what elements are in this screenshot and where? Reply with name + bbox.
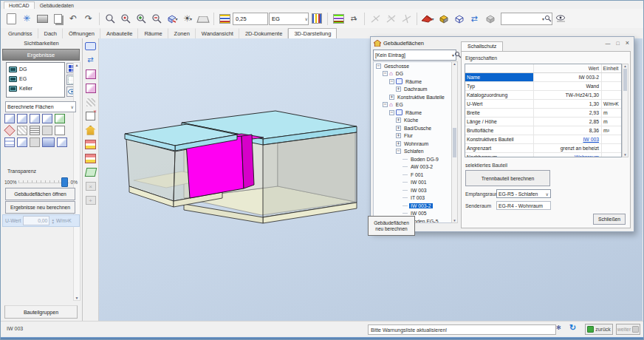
floor-combo[interactable]: ∨ — [269, 13, 309, 25]
property-row-angrenzart[interactable]: Angrenzartgrenzt an beheizt — [465, 144, 621, 153]
scrollbar-thumb[interactable] — [453, 128, 456, 157]
new-document-button[interactable] — [4, 11, 18, 26]
table-scrollbar[interactable]: ▲ ▼ — [622, 64, 628, 157]
recalculate-results-button[interactable]: Ergebnisse neu berechnen — [5, 201, 75, 214]
expand-icon[interactable]: + — [396, 118, 401, 123]
gray-cube-button[interactable] — [482, 11, 497, 26]
filter-dropdown[interactable]: [Kein Eintrag] ▾ — [373, 50, 456, 61]
tab-anbauteile[interactable]: Anbauteile — [100, 28, 138, 38]
receiver-room-select[interactable]: EG-R5 - Schlafen ∨ — [496, 189, 551, 198]
recalculate-building-surfaces-button[interactable]: Gebäudeflächen neu berechnen — [368, 216, 415, 236]
tree-item-iw-003[interactable]: IW 003 — [374, 186, 457, 194]
top-view-button[interactable] — [85, 41, 96, 51]
property-row-u-wert[interactable]: U-Wert1,30W/m²K — [465, 100, 621, 109]
zoom-window-button[interactable] — [103, 11, 117, 26]
wire-cube-button[interactable] — [451, 11, 466, 26]
expand-icon[interactable]: + — [396, 126, 401, 131]
scroll-down-icon[interactable]: ▼ — [453, 219, 456, 222]
scroll-up-icon[interactable]: ▲ — [75, 63, 79, 67]
results-section-header[interactable]: Ergebnisse — [2, 49, 80, 61]
floor-item-dg[interactable]: DG — [7, 64, 64, 74]
tree-item-konstruktive-bauteile[interactable]: +Konstruktive Bauteile — [374, 93, 457, 101]
search-input[interactable] — [501, 14, 544, 24]
scroll-up-icon[interactable]: ▲ — [453, 62, 456, 66]
single-cube-icon[interactable] — [57, 137, 67, 147]
uwert-value-field[interactable]: 0,00 — [23, 216, 49, 225]
building-tree[interactable]: −Geschosse−⌂DG−Räume+Dachraum+Konstrukti… — [373, 61, 458, 223]
tab-wandansicht[interactable]: Wandansicht — [196, 28, 239, 38]
minimize-icon[interactable]: — — [606, 41, 611, 46]
print-button[interactable] — [35, 11, 49, 26]
property-row-nachbarraum[interactable]: NachbarraumWohnraum — [465, 153, 621, 157]
scroll-down-icon[interactable]: ▼ — [623, 153, 626, 157]
back-button[interactable]: zurück — [585, 324, 613, 335]
swap-model-button[interactable]: ⇄ — [85, 55, 96, 65]
light-settings-button[interactable]: ☀▾ — [180, 11, 195, 26]
stack-mode-icon[interactable] — [4, 137, 15, 147]
property-row-typ[interactable]: TypWand — [465, 82, 621, 91]
edit-3d-button[interactable] — [85, 69, 96, 79]
property-value[interactable]: IW 003 — [534, 135, 602, 143]
file-tab-hottcad[interactable]: HottCAD — [4, 1, 35, 9]
tree-item-dachraum[interactable]: +Dachraum — [374, 86, 457, 94]
view-cube-2-icon[interactable] — [17, 114, 27, 123]
component-groups-button[interactable]: Bauteilgruppen — [4, 305, 78, 319]
tree-item-iw-001[interactable]: IW 001 — [374, 179, 457, 187]
3d-building-model[interactable] — [112, 93, 363, 241]
tree-item-bad-dusche[interactable]: +Bad/Dusche — [374, 124, 457, 132]
tree-item-aw-003-2[interactable]: AW 003-2 — [374, 163, 457, 171]
zoom-pan-button[interactable] — [118, 11, 133, 26]
uwert-spinner[interactable]: ▴▾ — [52, 218, 54, 224]
refresh-icon[interactable]: ↻ — [569, 323, 576, 333]
slider-handle[interactable] — [61, 177, 68, 187]
expand-icon[interactable]: + — [389, 95, 394, 100]
tab-dach[interactable]: Dach — [38, 28, 64, 38]
warnings-icon[interactable]: ✻ — [556, 324, 561, 331]
tree-item-f-001[interactable]: F 001 — [374, 171, 457, 179]
hatch-mode-icon[interactable] — [17, 126, 27, 135]
wall-view-1-button[interactable] — [85, 139, 96, 149]
tree-item-räume[interactable]: −Räume — [374, 78, 457, 86]
tab-öffnungen[interactable]: Öffnungen — [63, 28, 100, 38]
maximize-icon[interactable]: □ — [617, 41, 620, 46]
lines-mode-icon[interactable] — [30, 126, 40, 135]
polygon-delete-button[interactable] — [85, 111, 96, 121]
floor-item-eg[interactable]: EG — [7, 74, 64, 84]
collapse-icon[interactable]: − — [389, 79, 394, 84]
wall-view-2-button[interactable] — [85, 153, 96, 163]
redo-button[interactable]: ↷ — [81, 11, 96, 26]
collapse-icon[interactable]: − — [383, 71, 388, 76]
tree-item-dg[interactable]: −⌂DG — [374, 70, 457, 78]
undo-button[interactable]: ↶ — [66, 11, 80, 26]
scroll-down-icon[interactable]: ▼ — [75, 296, 79, 300]
transparency-slider[interactable] — [18, 180, 69, 183]
property-row-name[interactable]: NameIW 003-2 — [465, 73, 621, 82]
book-mode-icon[interactable] — [17, 137, 27, 147]
home-view-button[interactable]: ▾ — [165, 11, 179, 26]
view-cube-1-icon[interactable] — [4, 114, 15, 123]
floor-input[interactable] — [270, 14, 306, 24]
scale-input[interactable] — [233, 13, 268, 25]
gray-mode-icon[interactable] — [42, 126, 52, 135]
floor-visibility-list[interactable]: DGEGKeller — [6, 62, 65, 98]
material-diamond-icon[interactable] — [4, 125, 15, 136]
property-value[interactable]: Wohnraum — [534, 153, 602, 157]
sender-room-field[interactable]: EG-R4 - Wohnraum — [496, 201, 551, 210]
dim-tool-2-button[interactable] — [383, 11, 398, 26]
tab-schallschutz[interactable]: Schallschutz — [461, 41, 503, 52]
tree-scrollbar[interactable]: ▲ ▼ — [451, 61, 458, 223]
search-combo[interactable]: ▾ — [501, 13, 552, 25]
tree-item-boden-dg-9[interactable]: Boden DG-9 — [374, 155, 457, 163]
view-cube-3-icon[interactable] — [30, 114, 40, 123]
roof-tool-button[interactable]: ▾ — [420, 11, 435, 26]
snap-button[interactable]: ✳ — [19, 11, 34, 26]
wide-mode-icon[interactable] — [42, 137, 55, 147]
arrows-mode-icon[interactable] — [30, 137, 40, 147]
layer-list-button[interactable] — [217, 11, 232, 26]
expand-icon[interactable]: + — [396, 133, 401, 138]
view-cube-5-icon[interactable] — [55, 114, 65, 123]
open-building-surfaces-button[interactable]: Gebäudeflächen öffnen — [5, 188, 75, 200]
scrollbar-thumb[interactable] — [623, 69, 627, 91]
tree-item-küche[interactable]: +Küche — [374, 117, 457, 125]
expand-icon[interactable]: + — [396, 86, 401, 92]
